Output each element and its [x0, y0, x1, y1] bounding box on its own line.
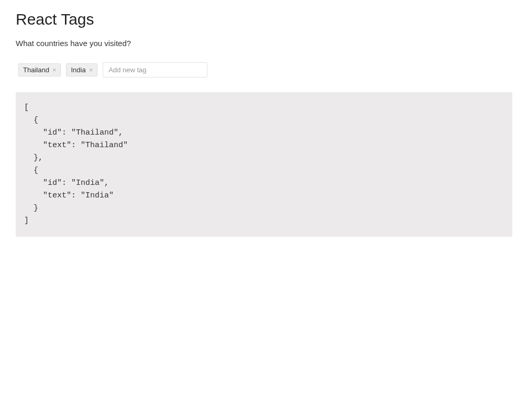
code-output: [ { "id": "Thailand", "text": "Thailand"… — [16, 92, 512, 237]
close-icon[interactable]: × — [89, 67, 93, 73]
tag-input[interactable] — [103, 62, 207, 78]
tag-label: Thailand — [23, 66, 49, 74]
tags-container: Thailand × India × — [16, 62, 512, 78]
tag-india[interactable]: India × — [66, 63, 97, 76]
close-icon[interactable]: × — [52, 67, 57, 73]
page-title: React Tags — [16, 10, 512, 28]
tag-label: India — [71, 66, 85, 74]
tag-thailand[interactable]: Thailand × — [18, 63, 61, 76]
prompt-text: What countries have you visited? — [16, 39, 512, 48]
